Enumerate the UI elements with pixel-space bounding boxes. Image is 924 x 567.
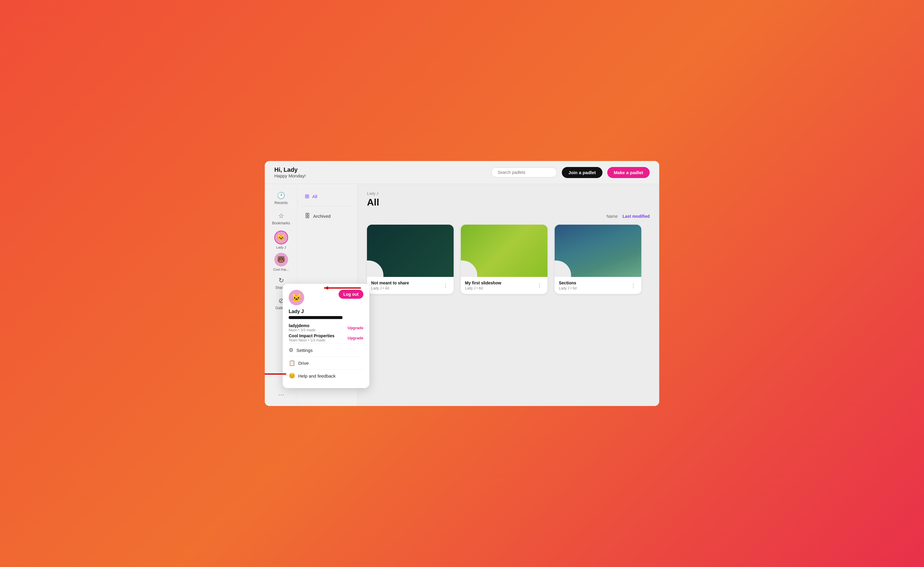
popup-drive[interactable]: 📋 Drive [288,356,364,369]
account-name-2: Cool Impact Properties [288,333,334,338]
thumb-corner-3 [554,261,571,277]
avatar-label-cool-imp: Cool Imp... [273,268,289,271]
upgrade-button-2[interactable]: Upgrade [347,336,364,340]
popup-username: Lady J [288,309,364,314]
account-info-2: Cool Impact Properties Team Neon • 1/3 m… [288,333,334,342]
padlet-name-1: Not meant to share [371,280,409,285]
drive-icon: 📋 [288,360,295,366]
breadcrumb: Lady J [367,191,650,196]
svg-marker-1 [325,286,328,290]
page-title: All [367,197,650,208]
padlet-meta-3: Lady J • 6d [559,286,577,290]
all-icon: ⊞ [305,193,309,200]
padlet-card-3[interactable]: Sections Lady J • 6d ⋮ [554,225,641,294]
avatar-lady-j[interactable]: 🐱 [274,231,288,244]
padlet-info-3: Sections Lady J • 6d ⋮ [554,277,641,294]
upgrade-button-1[interactable]: Upgrade [347,326,364,330]
greeting-sub: Happy Monday! [274,173,487,178]
drive-label: Drive [298,361,309,366]
content-area: Lady J All Name Last modified Not meant … [358,184,659,406]
header-greeting: Hi, Lady Happy Monday! [274,166,487,178]
settings-icon: ⚙ [288,347,293,353]
settings-label: Settings [296,348,313,353]
padlet-thumbnail-2 [461,225,547,277]
account-sub-1: Neon • 3/3 made [288,328,316,332]
user-popup: 🐱 Log out Lady J ladyjdemo Neon • 3/3 ma… [283,284,370,388]
sort-name-button[interactable]: Name [607,214,618,219]
sort-last-modified-button[interactable]: Last modified [622,214,650,219]
help-icon: 😊 [288,372,295,379]
padlet-info-2: My first slideshow Lady J • 6d ⋮ [461,277,547,294]
popup-email-bar [288,316,343,319]
join-padlet-button[interactable]: Join a padlet [562,167,602,178]
archived-icon: 🗄 [305,213,310,219]
padlet-card-1[interactable]: Not meant to share Lady J • 4d ⋮ [367,225,454,294]
sidebar-item-recents[interactable]: 🕐 Recents [268,189,294,208]
avatar-cool-imp[interactable]: 🐻 [274,253,288,267]
sidebar-avatar-lady-j[interactable]: 🐱 Lady J [272,230,290,250]
padlet-name-2: My first slideshow [465,280,501,285]
sort-bar: Name Last modified [367,214,650,219]
thumb-corner-2 [461,261,477,277]
bookmarks-icon: ☆ [278,212,284,220]
padlet-text-3: Sections Lady J • 6d [559,280,577,290]
sidebar-item-bookmarks[interactable]: ☆ Bookmarks [268,209,294,228]
popup-settings[interactable]: ⚙ Settings [288,344,364,356]
padlet-menu-2[interactable]: ⋮ [535,281,543,290]
popup-header: 🐱 Log out [288,290,364,305]
padlet-text-1: Not meant to share Lady J • 4d [371,280,409,290]
nav-item-all[interactable]: ⊞ All [301,190,353,202]
account-info-1: ladyjdemo Neon • 3/3 made [288,323,316,332]
search-input[interactable] [491,167,557,177]
logout-button[interactable]: Log out [339,290,364,299]
help-label: Help and feedback [298,374,336,378]
sidebar-avatar-cool-imp[interactable]: 🐻 Cool Imp... [271,252,291,273]
padlet-thumbnail-1 [367,225,454,277]
padlet-menu-1[interactable]: ⋮ [442,281,449,290]
avatar-label-lady-j: Lady J [276,246,286,249]
greeting-name: Hi, Lady [274,166,487,173]
padlet-name-3: Sections [559,280,577,285]
sidebar-item-label-bookmarks: Bookmarks [272,221,290,225]
account-name-1: ladyjdemo [288,323,316,328]
shared-icon: ↻ [278,277,284,284]
nav-item-archived-label: Archived [313,214,331,219]
sidebar-more-button[interactable]: ⋯ [275,388,287,401]
nav-item-archived[interactable]: 🗄 Archived [301,210,353,222]
padlet-meta-1: Lady J • 4d [371,286,409,290]
padlet-grid: Not meant to share Lady J • 4d ⋮ My firs… [367,225,650,294]
account-sub-2: Team Neon • 1/3 made [288,338,334,342]
popup-account-cool-impact: Cool Impact Properties Team Neon • 1/3 m… [288,333,364,342]
padlet-thumbnail-3 [554,225,641,277]
thumb-corner-1 [367,261,383,277]
padlet-card-2[interactable]: My first slideshow Lady J • 6d ⋮ [461,225,547,294]
nav-item-all-label: All [312,194,317,199]
recents-icon: 🕐 [277,192,285,200]
padlet-menu-3[interactable]: ⋮ [630,281,637,290]
padlet-info-1: Not meant to share Lady J • 4d ⋮ [367,277,454,294]
sidebar-item-label-recents: Recents [274,201,287,205]
make-padlet-button[interactable]: Make a padlet [607,167,650,178]
popup-avatar: 🐱 [288,290,304,305]
header: Hi, Lady Happy Monday! Join a padlet Mak… [265,161,659,184]
popup-help[interactable]: 😊 Help and feedback [288,369,364,382]
padlet-text-2: My first slideshow Lady J • 6d [465,280,501,290]
padlet-meta-2: Lady J • 6d [465,286,501,290]
popup-account-ladyjdemo: ladyjdemo Neon • 3/3 made Upgrade [288,323,364,332]
